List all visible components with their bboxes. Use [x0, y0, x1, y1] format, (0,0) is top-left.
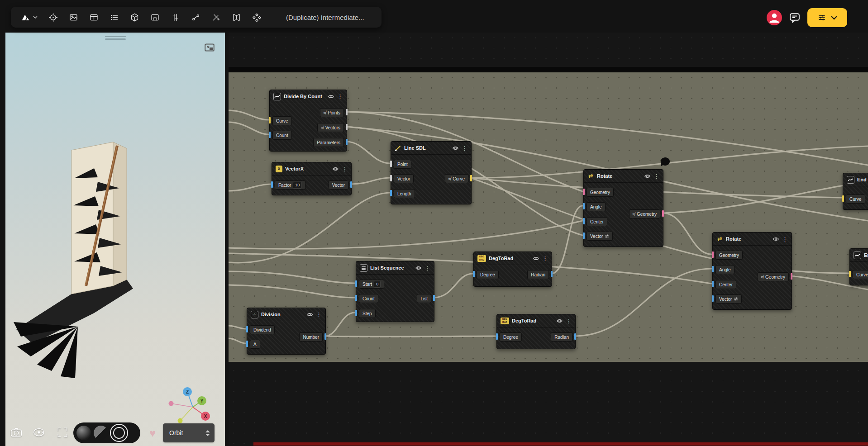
input-port-step[interactable]: Step — [356, 309, 434, 317]
comment-marker[interactable] — [659, 157, 671, 167]
wire[interactable] — [229, 221, 582, 249]
output-port-vector[interactable]: Vector — [272, 180, 351, 189]
input-port-curve[interactable]: Curve — [850, 270, 868, 278]
display-mode-wireframe[interactable] — [110, 424, 128, 442]
output-port-points[interactable]: ≉Points — [270, 108, 347, 116]
preview-eye-icon[interactable] — [452, 145, 459, 152]
display-mode-ghosted[interactable] — [93, 425, 109, 441]
wire[interactable] — [229, 271, 355, 283]
wire[interactable] — [325, 313, 355, 336]
table-tool-icon[interactable] — [89, 13, 99, 22]
node-header[interactable]: DEGRAD DegToRad ⋮ — [497, 314, 575, 327]
node-header[interactable]: DEGRAD DegToRad ⋮ — [474, 252, 552, 265]
graph-board[interactable]: Divide By Count ⋮ ≉Points Curve ≉Vectors… — [229, 72, 868, 362]
node-divide-by-count[interactable]: Divide By Count ⋮ ≉Points Curve ≉Vectors… — [269, 90, 347, 152]
list-tool-icon[interactable] — [110, 13, 119, 22]
node-header[interactable]: End P — [850, 249, 868, 262]
kebab-menu-icon[interactable]: ⋮ — [424, 265, 430, 271]
kebab-menu-icon[interactable]: ⋮ — [462, 145, 467, 151]
tools-icon[interactable] — [211, 13, 221, 22]
node-rotate-1[interactable]: ⇄ Rotate ⋮ Geometry Angle Center Vector … — [583, 169, 663, 247]
output-port-geometry[interactable]: ≉Geometry — [584, 209, 663, 218]
output-port-radian[interactable]: Radian — [497, 332, 575, 341]
node-header[interactable]: Divide By Count ⋮ — [270, 90, 347, 103]
node-header[interactable]: List Sequence ⋮ — [356, 261, 434, 275]
wire[interactable] — [229, 253, 711, 284]
wire[interactable] — [229, 338, 246, 343]
wire[interactable] — [325, 336, 496, 337]
text-select-icon[interactable] — [232, 13, 241, 22]
node-degtorad-1[interactable]: DEGRAD DegToRad ⋮ Degree Radian — [473, 251, 552, 287]
output-port-parameters[interactable]: Parameters — [270, 138, 347, 146]
output-port-curve[interactable]: ≉Curve — [391, 174, 471, 182]
wire[interactable] — [229, 285, 355, 298]
output-port-vectors[interactable]: ≉Vectors — [270, 123, 347, 131]
camera-mode-select[interactable]: Orbit — [163, 423, 215, 442]
output-port-list[interactable]: List — [356, 294, 434, 302]
kebab-menu-icon[interactable]: ⋮ — [542, 256, 548, 261]
preview-eye-icon[interactable] — [328, 93, 334, 100]
node-header[interactable]: Line SDL ⋮ — [391, 142, 471, 155]
input-port-vector[interactable]: Vector — [584, 232, 663, 240]
input-port-start[interactable]: Start0 — [356, 280, 434, 288]
preview-eye-icon[interactable] — [332, 166, 339, 172]
preview-eye-icon[interactable] — [306, 311, 313, 318]
cube-tool-icon[interactable] — [130, 13, 139, 22]
wire[interactable] — [229, 122, 268, 134]
wire[interactable] — [229, 193, 390, 263]
orbit-button[interactable] — [32, 425, 46, 440]
components-icon[interactable] — [252, 13, 262, 22]
output-port-number[interactable]: Number — [247, 332, 325, 341]
wire[interactable] — [346, 142, 390, 163]
kebab-menu-icon[interactable]: ⋮ — [566, 318, 572, 324]
node-degtorad-2[interactable]: DEGRAD DegToRad ⋮ Degree Radian — [496, 314, 576, 349]
kebab-menu-icon[interactable]: ⋮ — [337, 94, 343, 100]
node-vectorx[interactable]: X VectorX ⋮ Factor10 Vector — [272, 162, 352, 195]
output-port-radian[interactable]: Radian — [474, 270, 552, 278]
app-logo-menu[interactable] — [21, 13, 38, 22]
input-port-point[interactable]: Point — [391, 160, 471, 168]
node-header[interactable]: ⇄ Rotate ⋮ — [713, 232, 792, 246]
wire[interactable] — [229, 184, 271, 191]
display-mode-shaded[interactable] — [76, 425, 92, 441]
input-port-geometry[interactable]: Geometry — [584, 188, 663, 196]
kebab-menu-icon[interactable]: ⋮ — [342, 166, 348, 172]
preview-eye-icon[interactable] — [644, 173, 651, 180]
input-port-curve[interactable]: Curve — [843, 195, 868, 203]
output-port-geometry[interactable]: ≉Geometry — [713, 272, 792, 280]
kebab-menu-icon[interactable]: ⋮ — [653, 173, 659, 179]
scope-tool-icon[interactable] — [48, 13, 58, 22]
node-division[interactable]: ÷ Division ⋮ Dividend A Number — [247, 308, 326, 355]
wire[interactable] — [351, 178, 390, 184]
favorite-heart-icon[interactable]: ♥ — [149, 427, 156, 440]
preview-eye-icon[interactable] — [773, 236, 779, 242]
document-title[interactable]: (Duplicate) Intermediate... — [286, 14, 372, 21]
input-port-vector[interactable]: Vector — [713, 294, 792, 303]
node-header[interactable]: X VectorX ⋮ — [272, 162, 351, 176]
picture-in-picture-button[interactable] — [204, 42, 215, 53]
screenshot-button[interactable] — [9, 425, 24, 440]
preview-eye-icon[interactable] — [533, 255, 539, 262]
wire[interactable] — [229, 326, 246, 329]
wire[interactable] — [434, 274, 472, 298]
archive-tool-icon[interactable] — [150, 13, 160, 22]
image-tool-icon[interactable] — [69, 13, 78, 22]
node-header[interactable]: End Po — [843, 173, 868, 186]
fullscreen-button[interactable] — [55, 425, 70, 440]
wire[interactable] — [229, 110, 268, 120]
preview-eye-icon[interactable] — [415, 265, 422, 271]
wire[interactable] — [575, 269, 711, 336]
node-canvas[interactable]: Divide By Count ⋮ ≉Points Curve ≉Vectors… — [229, 33, 868, 446]
value-chip[interactable]: 0 — [374, 281, 381, 288]
graph-tool-icon[interactable] — [191, 13, 200, 22]
wire[interactable] — [551, 206, 582, 274]
settings-button[interactable] — [807, 8, 847, 27]
comments-button[interactable] — [788, 11, 801, 24]
node-list-sequence[interactable]: List Sequence ⋮ Start0 Count Step List — [356, 261, 434, 322]
node-end-points-2[interactable]: End P Curve — [849, 248, 868, 285]
kebab-menu-icon[interactable]: ⋮ — [316, 312, 322, 318]
preview-eye-icon[interactable] — [556, 318, 563, 324]
node-end-points-1[interactable]: End Po Curve — [843, 173, 868, 210]
node-header[interactable]: ÷ Division ⋮ — [247, 308, 325, 321]
user-avatar[interactable] — [767, 10, 782, 25]
